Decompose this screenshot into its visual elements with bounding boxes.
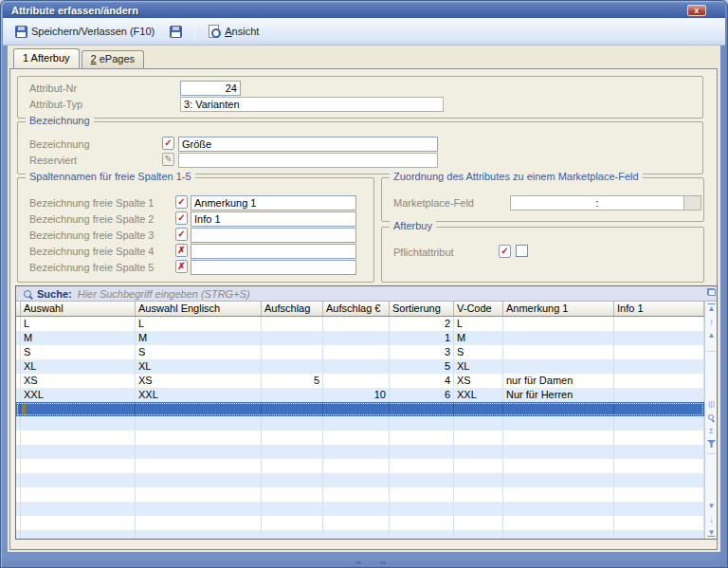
grid-cell[interactable] (503, 487, 614, 502)
grid-cell[interactable] (262, 473, 323, 487)
grid-cell[interactable] (614, 502, 704, 516)
column-header[interactable]: V-Code (454, 302, 503, 316)
grid-cell[interactable] (21, 487, 136, 502)
grid-cell[interactable] (262, 317, 323, 331)
grid-cell[interactable]: XXL (136, 388, 262, 402)
grid-cell[interactable] (614, 431, 704, 445)
grid-cell[interactable] (136, 459, 262, 473)
grid-cell[interactable] (262, 402, 323, 416)
grid-cell[interactable] (454, 530, 503, 539)
column-header[interactable]: Auswahl Englisch (136, 302, 262, 316)
grid-cell[interactable] (454, 416, 503, 431)
reserviert-field[interactable] (178, 153, 438, 168)
grid-cell[interactable] (21, 502, 136, 516)
grid-cell[interactable] (390, 530, 454, 539)
grid-cell[interactable] (323, 317, 390, 331)
grid-cell[interactable] (614, 459, 704, 473)
selected-new-row[interactable] (16, 402, 704, 416)
grid-cell[interactable] (614, 530, 704, 539)
scroll-up-icon[interactable]: ↑ (705, 318, 718, 327)
grid-cell[interactable] (454, 431, 503, 445)
check-icon[interactable]: ✓ (175, 211, 188, 225)
check-icon[interactable]: ✓ (175, 195, 188, 209)
grid-cell[interactable]: L (454, 317, 503, 331)
tab-epages[interactable]: 2 ePages (82, 50, 145, 68)
grid-cell[interactable] (323, 331, 390, 345)
table-row[interactable]: LL2L (16, 317, 704, 331)
grid-cell[interactable] (614, 345, 704, 359)
column-header[interactable]: Auswahl (21, 302, 136, 316)
empty-row[interactable] (16, 487, 704, 502)
grid-cell[interactable] (614, 473, 704, 487)
grid-cell[interactable] (390, 445, 454, 459)
row-up-icon[interactable]: ▲ (705, 331, 718, 340)
grid-cell[interactable] (503, 431, 614, 445)
grid-cell[interactable]: XS (136, 374, 262, 388)
grid-cell[interactable] (323, 359, 390, 374)
empty-row[interactable] (16, 473, 704, 487)
grid-cell[interactable] (323, 345, 390, 359)
grid-cell[interactable] (136, 431, 262, 445)
table-row[interactable]: XSXS54XSnur für Damen (16, 374, 704, 388)
grid-cell[interactable] (262, 445, 323, 459)
grid-cell[interactable] (614, 487, 704, 502)
column-header[interactable]: Anmerkung 1 (503, 302, 614, 316)
grid-cell[interactable]: 4 (390, 374, 454, 388)
grid-cell[interactable] (136, 502, 262, 516)
grid-cell[interactable] (503, 345, 614, 359)
grid-cell[interactable] (136, 530, 262, 539)
grid-cell[interactable] (454, 516, 503, 530)
spalte2-field[interactable] (191, 211, 356, 227)
grid-cell[interactable] (21, 530, 136, 539)
grid-cell[interactable] (503, 502, 614, 516)
table-row[interactable]: XLXL5XL (16, 359, 704, 374)
grid-cell[interactable]: nur für Damen (503, 374, 614, 388)
spalte3-field[interactable] (191, 228, 356, 243)
grid-cell[interactable]: 2 (390, 317, 454, 331)
search-input[interactable] (78, 288, 717, 300)
grid-cell[interactable] (136, 416, 262, 431)
grid-cell[interactable] (454, 487, 503, 502)
grid-cell[interactable]: XL (136, 359, 262, 374)
table-row[interactable]: MM1M (16, 331, 704, 345)
grid-cell[interactable]: M (454, 331, 503, 345)
grid-cell[interactable] (614, 516, 704, 530)
grid-cell[interactable]: XL (454, 359, 503, 374)
grid-cell[interactable] (136, 516, 262, 530)
grid-cell[interactable]: 3 (390, 345, 454, 359)
grid-cell[interactable] (262, 359, 323, 374)
grid-cell[interactable] (390, 516, 454, 530)
grid-cell[interactable] (614, 359, 704, 374)
grid-cell[interactable] (503, 359, 614, 374)
grid-cell[interactable]: 6 (390, 388, 454, 402)
cross-icon[interactable]: ✗ (175, 244, 188, 257)
grid-cell[interactable] (323, 502, 390, 516)
close-icon[interactable]: x (687, 5, 706, 16)
grid-cell[interactable] (454, 459, 503, 473)
grid-cell[interactable] (390, 416, 454, 431)
grid-cell[interactable] (262, 388, 323, 402)
grid-cell[interactable]: XXL (454, 388, 503, 402)
grid-cell[interactable] (262, 416, 323, 431)
grid-cell[interactable] (503, 331, 614, 345)
sum-icon[interactable]: Σ (705, 427, 718, 436)
grid-cell[interactable]: S (454, 345, 503, 359)
spalte5-field[interactable] (191, 260, 356, 275)
grid-cell[interactable] (323, 431, 390, 445)
grid-cell[interactable] (323, 473, 390, 487)
grid-cell[interactable] (503, 530, 614, 539)
grid-cell[interactable]: Nur für Herren (503, 388, 614, 402)
column-header[interactable]: Info 1 (614, 302, 704, 316)
check-icon[interactable]: ✓ (175, 228, 188, 241)
marketplace-field[interactable] (510, 195, 684, 211)
grid-cell[interactable] (614, 402, 704, 416)
grid-cell[interactable] (454, 502, 503, 516)
grid-cell[interactable] (614, 445, 704, 459)
grid-search-icon[interactable] (708, 414, 714, 420)
column-header[interactable]: Aufschlag € (323, 302, 390, 316)
grid-cell[interactable] (262, 487, 323, 502)
spalte4-field[interactable] (191, 244, 356, 259)
check-icon[interactable]: ✓ (162, 137, 174, 150)
empty-row[interactable] (16, 459, 704, 473)
pencil-icon[interactable]: ✎ (162, 153, 174, 166)
